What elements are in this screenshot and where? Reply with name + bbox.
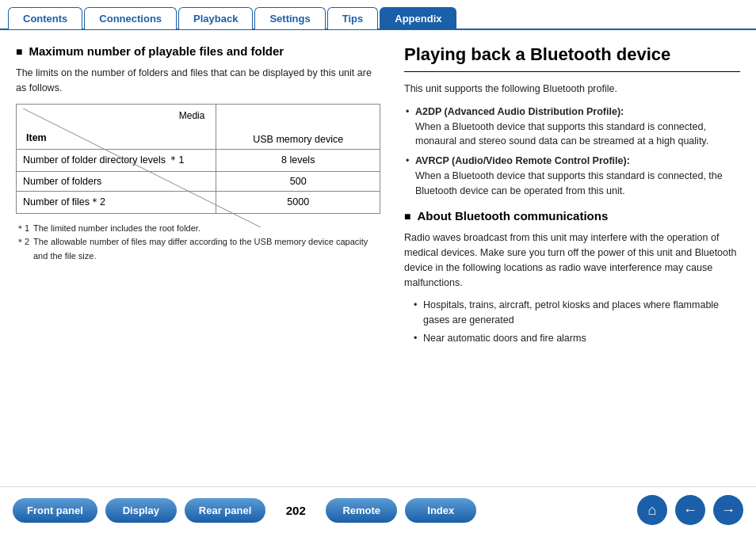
footnote-item: ＊2The allowable number of files may diff…: [16, 235, 380, 263]
back-btn[interactable]: ←: [675, 495, 705, 525]
location-item: Hospitals, trains, aircraft, petrol kios…: [412, 298, 740, 328]
profile-item: AVRCP (Audio/Video Remote Control Profil…: [404, 154, 740, 198]
footnote-mark: ＊2: [16, 235, 30, 263]
front-panel-btn[interactable]: Front panel: [13, 498, 97, 523]
tab-tips[interactable]: Tips: [327, 7, 379, 29]
playable-table: Media Item USB memory device Number of f…: [16, 104, 380, 214]
tab-appendix[interactable]: Appendix: [380, 7, 456, 29]
left-column: Maximum number of playable files and fol…: [16, 44, 380, 478]
home-btn[interactable]: ⌂: [637, 495, 667, 525]
profiles-list: A2DP (Advanced Audio Distribution Profil…: [404, 105, 740, 199]
page-heading: Playing back a Bluetooth device: [404, 44, 740, 72]
left-intro-text: The limits on the number of folders and …: [16, 66, 380, 96]
table-header-left: Media Item: [17, 104, 216, 149]
profile-name: AVRCP (Audio/Video Remote Control Profil…: [415, 155, 630, 166]
location-item: Near automatic doors and fire alarms: [412, 331, 740, 346]
bottom-bar: Front panel Display Rear panel 202 Remot…: [0, 486, 756, 533]
nav-tabs: Contents Connections Playback Settings T…: [0, 6, 756, 30]
footnote-text: The allowable number of files may differ…: [33, 235, 380, 263]
display-btn[interactable]: Display: [105, 498, 177, 523]
footnotes: ＊1The limited number includes the root f…: [16, 222, 380, 264]
tab-playback[interactable]: Playback: [178, 7, 253, 29]
profile-desc: When a Bluetooth device that supports th…: [415, 121, 708, 147]
remote-btn[interactable]: Remote: [326, 498, 397, 523]
svg-line-0: [23, 109, 261, 227]
about-title: About Bluetooth communications: [404, 209, 740, 223]
tab-settings[interactable]: Settings: [254, 7, 325, 29]
item-label: Item: [26, 132, 47, 143]
left-section-title: Maximum number of playable files and fol…: [16, 44, 380, 58]
page-number: 202: [281, 504, 310, 517]
profile-name: A2DP (Advanced Audio Distribution Profil…: [415, 106, 624, 117]
diagonal-line-icon: [23, 109, 261, 227]
rear-panel-btn[interactable]: Rear panel: [185, 498, 265, 523]
profile-desc: When a Bluetooth device that supports th…: [415, 170, 723, 196]
forward-btn[interactable]: →: [713, 495, 743, 525]
right-column: Playing back a Bluetooth device This uni…: [404, 44, 740, 478]
tab-contents[interactable]: Contents: [8, 7, 82, 29]
index-btn[interactable]: Index: [405, 498, 476, 523]
right-intro: This unit supports the following Bluetoo…: [404, 82, 740, 97]
tab-connections[interactable]: Connections: [84, 7, 177, 29]
profile-item: A2DP (Advanced Audio Distribution Profil…: [404, 105, 740, 149]
locations-list: Hospitals, trains, aircraft, petrol kios…: [404, 298, 740, 345]
main-content: Maximum number of playable files and fol…: [0, 30, 756, 486]
about-text: Radio waves broadcast from this unit may…: [404, 230, 740, 290]
